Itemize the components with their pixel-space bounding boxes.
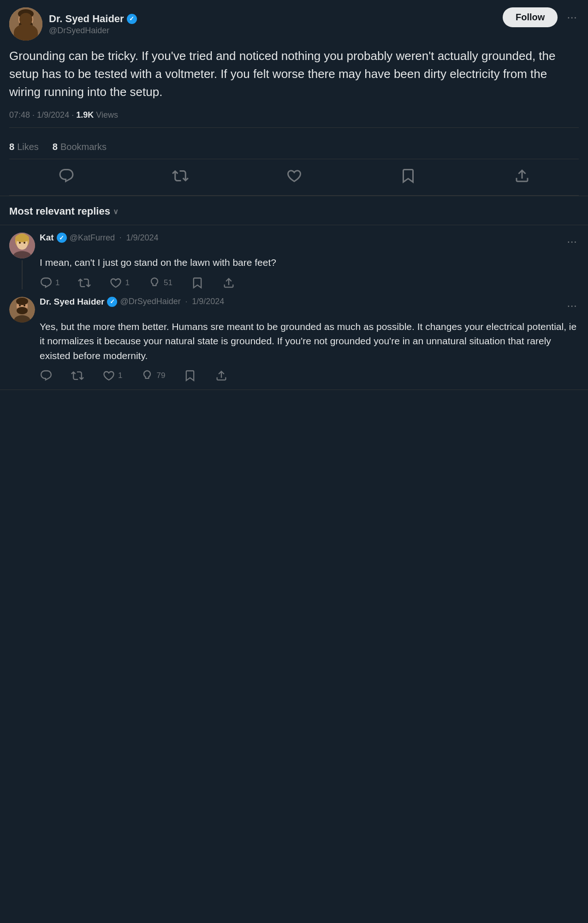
chevron-down-icon: ∨ bbox=[113, 207, 119, 216]
bookmarks-label: Bookmarks bbox=[60, 142, 107, 152]
author-info: Dr. Syed Haider @DrSyedHaider bbox=[49, 13, 137, 36]
nested-retweet-btn[interactable] bbox=[71, 369, 84, 382]
svg-point-21 bbox=[24, 305, 25, 306]
svg-point-2 bbox=[18, 9, 34, 18]
kat-username: @KatFurred bbox=[70, 233, 115, 243]
author-display-name: Dr. Syed Haider bbox=[49, 13, 124, 25]
nested-bookmark-icon bbox=[184, 369, 196, 382]
tweet-views-label: Views bbox=[96, 110, 118, 120]
replies-header[interactable]: Most relevant replies ∨ bbox=[0, 196, 588, 225]
kat-retweet-icon bbox=[78, 276, 91, 289]
nested-share-icon bbox=[215, 369, 228, 382]
kat-reply-icon bbox=[40, 276, 53, 289]
tweet-time: 07:48 bbox=[9, 110, 30, 120]
svg-point-17 bbox=[16, 298, 28, 305]
kat-reply-count: 1 bbox=[55, 278, 59, 288]
svg-point-7 bbox=[25, 21, 27, 24]
svg-point-3 bbox=[19, 20, 33, 30]
svg-point-5 bbox=[22, 18, 24, 20]
kat-like-icon bbox=[109, 276, 122, 289]
share-icon bbox=[514, 168, 530, 184]
kat-reply-actions: 1 1 51 bbox=[40, 276, 579, 289]
bookmarks-count: 8 bbox=[53, 142, 58, 152]
reply-item: Kat @KatFurred · 1/9/2024 ··· I mean, ca… bbox=[0, 225, 588, 390]
nested-like-btn[interactable]: 1 bbox=[102, 369, 122, 382]
kat-like-count: 1 bbox=[125, 278, 129, 288]
kat-reply-date: 1/9/2024 bbox=[126, 233, 158, 243]
svg-point-14 bbox=[24, 242, 25, 244]
nested-share-btn[interactable] bbox=[215, 369, 228, 382]
nested-views-btn[interactable]: 79 bbox=[141, 369, 165, 382]
nested-reply-item: Dr. Syed Haider @DrSyedHaider · 1/9/2024… bbox=[9, 297, 579, 383]
kat-bookmark-btn[interactable] bbox=[191, 276, 204, 289]
nested-views-icon bbox=[141, 369, 154, 382]
kat-share-btn[interactable] bbox=[222, 276, 235, 289]
nested-retweet-icon bbox=[71, 369, 84, 382]
nested-reply-date: 1/9/2024 bbox=[192, 297, 224, 306]
replies-title-text: Most relevant replies bbox=[9, 205, 110, 217]
share-button[interactable] bbox=[510, 164, 534, 188]
meta-separator-2: · bbox=[71, 110, 76, 120]
kat-display-name: Kat bbox=[40, 233, 54, 243]
kat-reply-btn[interactable]: 1 bbox=[40, 276, 59, 289]
nested-verified-badge bbox=[107, 297, 117, 307]
like-button[interactable] bbox=[282, 164, 306, 188]
author-username: @DrSyedHaider bbox=[49, 26, 137, 36]
nested-like-icon bbox=[102, 369, 115, 382]
likes-label: Likes bbox=[17, 142, 39, 152]
nested-bookmark-btn[interactable] bbox=[184, 369, 196, 382]
svg-point-13 bbox=[19, 242, 21, 244]
nested-reply-more-button[interactable]: ··· bbox=[565, 297, 579, 315]
retweet-button[interactable] bbox=[168, 164, 192, 188]
svg-point-18 bbox=[17, 307, 28, 314]
retweet-icon bbox=[172, 168, 189, 184]
nested-author-display-name: Dr. Syed Haider bbox=[40, 297, 104, 307]
author-avatar[interactable] bbox=[9, 7, 42, 41]
kat-share-icon bbox=[222, 276, 235, 289]
like-icon bbox=[286, 168, 303, 184]
nested-author-avatar[interactable] bbox=[9, 297, 35, 323]
nested-reply-icon bbox=[40, 369, 53, 382]
kat-avatar[interactable] bbox=[9, 233, 35, 258]
bookmark-button[interactable] bbox=[396, 164, 420, 188]
nested-reply-text: Yes, but the more them better. Humans sr… bbox=[40, 319, 579, 363]
reply-button[interactable] bbox=[54, 164, 78, 188]
more-options-button[interactable]: ··· bbox=[565, 8, 579, 26]
nested-reply-actions: 1 79 bbox=[40, 369, 579, 382]
svg-point-20 bbox=[19, 305, 21, 306]
svg-point-11 bbox=[15, 234, 29, 242]
kat-views-icon bbox=[148, 276, 161, 289]
nested-views-count: 79 bbox=[156, 371, 165, 380]
kat-views-count: 51 bbox=[164, 278, 172, 288]
tweet-stats: 8 Likes 8 Bookmarks bbox=[9, 135, 579, 159]
kat-like-btn[interactable]: 1 bbox=[109, 276, 129, 289]
tweet-text: Grounding can be tricky. If you've tried… bbox=[9, 47, 579, 101]
bookmarks-stat[interactable]: 8 Bookmarks bbox=[53, 142, 107, 152]
tweet-meta: 07:48 · 1/9/2024 · 1.9K Views bbox=[9, 110, 579, 128]
nested-author-username: @DrSyedHaider bbox=[120, 297, 180, 306]
reply-icon bbox=[58, 168, 75, 184]
kat-verified-badge bbox=[57, 233, 67, 243]
kat-reply-more-button[interactable]: ··· bbox=[565, 233, 579, 251]
kat-bookmark-icon bbox=[191, 276, 204, 289]
svg-point-6 bbox=[28, 18, 30, 20]
kat-reply-text: I mean, can't I just go stand on the law… bbox=[40, 255, 579, 270]
kat-views-btn[interactable]: 51 bbox=[148, 276, 172, 289]
nested-like-count: 1 bbox=[118, 371, 122, 380]
tweet-date: 1/9/2024 bbox=[37, 110, 69, 120]
nested-reply-btn[interactable] bbox=[40, 369, 53, 382]
bookmark-icon bbox=[400, 168, 416, 184]
meta-separator-1: · bbox=[32, 110, 37, 120]
likes-stat[interactable]: 8 Likes bbox=[9, 142, 39, 152]
svg-point-4 bbox=[15, 30, 37, 41]
tweet-views-count: 1.9K bbox=[76, 110, 94, 120]
tweet-actions bbox=[9, 159, 579, 196]
kat-retweet-btn[interactable] bbox=[78, 276, 91, 289]
verified-badge bbox=[127, 14, 137, 24]
follow-button[interactable]: Follow bbox=[503, 7, 558, 27]
likes-count: 8 bbox=[9, 142, 14, 152]
